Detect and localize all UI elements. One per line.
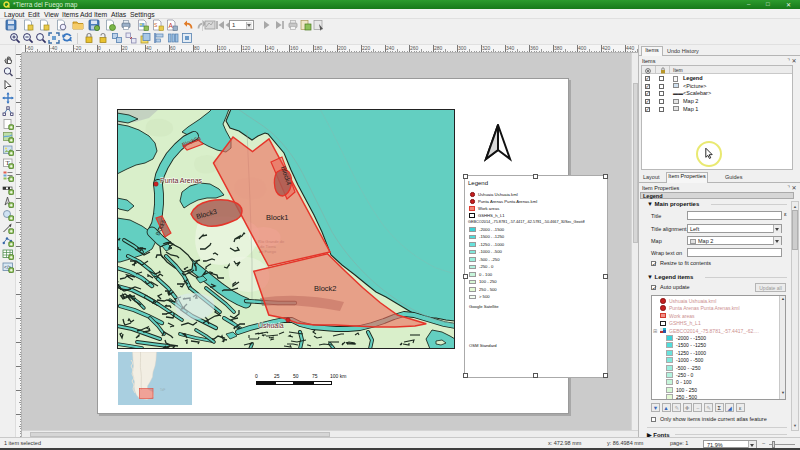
svg-text:TdF: TdF [160,388,166,392]
svg-text:Ushuaia: Ushuaia [258,322,284,329]
svg-text:Block2: Block2 [314,284,337,293]
svg-text:Punta Arenas: Punta Arenas [160,177,203,184]
svg-text:Block1: Block1 [266,213,289,222]
